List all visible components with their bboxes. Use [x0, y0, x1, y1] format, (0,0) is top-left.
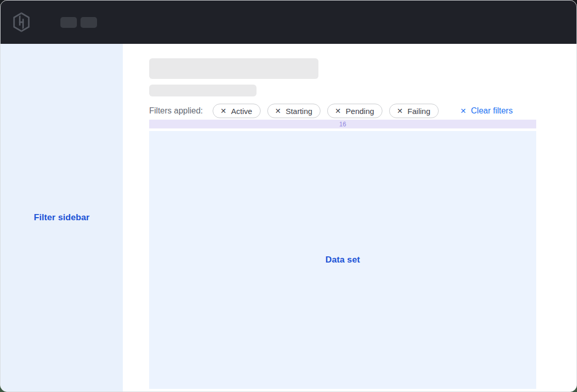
filter-sidebar: Filter sidebar: [1, 44, 123, 391]
result-count: 16: [339, 121, 346, 128]
filter-chip-failing[interactable]: ✕ Failing: [389, 104, 439, 118]
filter-chip-label: Pending: [346, 107, 374, 116]
clear-filters-label: Clear filters: [471, 106, 513, 116]
close-icon[interactable]: ✕: [275, 107, 281, 115]
topbar-nav-placeholders: [60, 17, 97, 28]
title-skeleton-bar: [149, 58, 318, 79]
main-panel: Filters applied: ✕ Active ✕ Starting ✕ P…: [123, 44, 576, 391]
filters-applied-row: Filters applied: ✕ Active ✕ Starting ✕ P…: [149, 104, 536, 118]
filter-sidebar-label: Filter sidebar: [34, 213, 89, 223]
filters-applied-label: Filters applied:: [149, 106, 203, 116]
filter-chip-active[interactable]: ✕ Active: [213, 104, 261, 118]
content-area: Filter sidebar Filters applied: ✕ Active…: [1, 44, 576, 391]
filter-chip-group: ✕ Active ✕ Starting ✕ Pending ✕ Failing: [213, 104, 439, 118]
result-count-bar: 16: [149, 120, 536, 128]
subtitle-skeleton-bar: [149, 85, 257, 96]
filter-chip-starting[interactable]: ✕ Starting: [267, 104, 320, 118]
close-icon: ✕: [460, 107, 467, 115]
nav-placeholder: [81, 17, 97, 28]
data-set-label: Data set: [326, 255, 360, 265]
data-set-region: Data set: [149, 131, 536, 389]
clear-filters-button[interactable]: ✕ Clear filters: [460, 106, 513, 116]
filter-chip-label: Active: [231, 107, 252, 116]
filter-chip-label: Starting: [285, 107, 312, 116]
top-navigation-bar: [1, 1, 576, 44]
close-icon[interactable]: ✕: [397, 107, 403, 115]
app-window: Filter sidebar Filters applied: ✕ Active…: [0, 0, 577, 392]
close-icon[interactable]: ✕: [220, 107, 227, 115]
filter-chip-label: Failing: [408, 107, 430, 116]
filter-chip-pending[interactable]: ✕ Pending: [327, 104, 382, 118]
close-icon[interactable]: ✕: [335, 107, 341, 115]
hashicorp-logo-icon: [12, 12, 31, 32]
nav-placeholder: [60, 17, 77, 28]
